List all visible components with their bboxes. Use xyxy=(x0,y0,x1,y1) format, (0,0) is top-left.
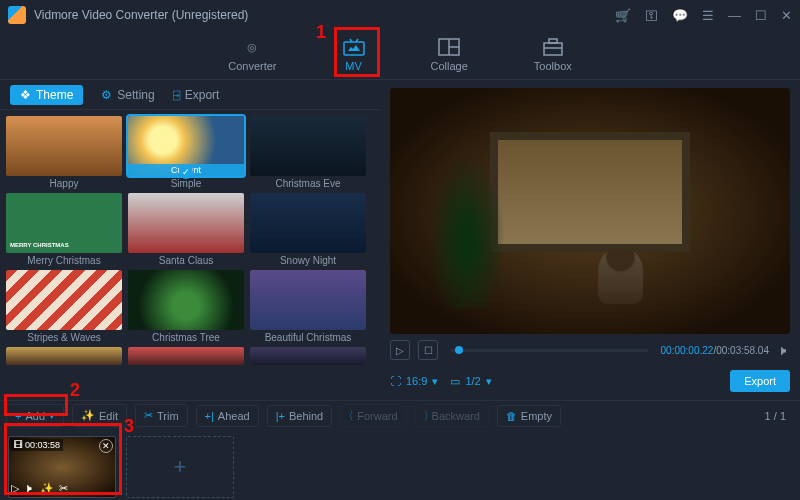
behind-button[interactable]: |+Behind xyxy=(267,405,333,427)
nav-converter-label: Converter xyxy=(228,60,276,72)
theme-icon: ❖ xyxy=(20,88,31,102)
ahead-button[interactable]: +|Ahead xyxy=(196,405,259,427)
backward-button[interactable]: ⟩Backward xyxy=(415,404,489,427)
volume-icon[interactable]: 🕨 xyxy=(777,343,790,358)
clip-page-select[interactable]: ▭1/2▾ xyxy=(450,375,491,388)
add-clip-slot[interactable]: + xyxy=(126,436,234,498)
edit-clip-icon[interactable]: ✨ xyxy=(40,482,54,495)
trim-button[interactable]: ✂Trim xyxy=(135,404,188,427)
clip-duration: 00:03:58 xyxy=(25,440,60,450)
theme-happy[interactable]: Happy xyxy=(6,116,122,189)
nav-collage[interactable]: Collage xyxy=(423,34,476,75)
stop-button[interactable]: ☐ xyxy=(418,340,438,360)
key-icon[interactable]: ⚿ xyxy=(645,8,658,23)
nav-mv[interactable]: MV xyxy=(335,34,373,75)
subtab-export[interactable]: ⍈ Export xyxy=(173,88,220,102)
svg-rect-5 xyxy=(549,39,557,43)
theme-beautiful-christmas[interactable]: Beautiful Christmas xyxy=(250,270,366,343)
plus-icon: + xyxy=(15,410,21,422)
clip-icon: ▭ xyxy=(450,375,460,388)
svg-rect-4 xyxy=(544,43,562,55)
subtab-theme-label: Theme xyxy=(36,88,73,102)
chevron-down-icon: ▾ xyxy=(432,375,438,388)
subtab-theme[interactable]: ❖ Theme xyxy=(10,85,83,105)
check-icon: ✓ xyxy=(179,165,193,179)
app-title: Vidmore Video Converter (Unregistered) xyxy=(34,8,615,22)
mv-icon xyxy=(343,37,365,57)
empty-button[interactable]: 🗑Empty xyxy=(497,405,561,427)
subtab-export-label: Export xyxy=(185,88,220,102)
menu-icon[interactable]: ☰ xyxy=(702,8,714,23)
ahead-plus-icon: +| xyxy=(205,410,214,422)
add-button[interactable]: +Add▾ xyxy=(6,404,64,427)
theme-stripes-waves[interactable]: Stripes & Waves xyxy=(6,270,122,343)
clip-toolbar: +Add▾ ✨Edit ✂Trim +|Ahead |+Behind ⟨Forw… xyxy=(0,400,800,430)
theme-christmas-eve[interactable]: Christmas Eve xyxy=(250,116,366,189)
subtab-setting[interactable]: ⚙ Setting xyxy=(101,88,154,102)
converter-icon: ◎ xyxy=(241,37,263,57)
behind-plus-icon: |+ xyxy=(276,410,285,422)
chevron-down-icon: ▾ xyxy=(49,409,55,422)
play-button[interactable]: ▷ xyxy=(390,340,410,360)
nav-toolbox[interactable]: Toolbox xyxy=(526,34,580,75)
collage-icon xyxy=(438,37,460,57)
forward-icon: ⟨ xyxy=(349,409,353,422)
crop-icon: ⛶ xyxy=(390,375,401,387)
time-total: /00:03:58.04 xyxy=(713,345,769,356)
clip-strip: 🎞00:03:58 ✕ ▷ 🕨 ✨ ✂ + xyxy=(0,430,800,500)
theme-more-3[interactable] xyxy=(250,347,366,365)
theme-grid: Happy Current✓Simple Christmas Eve Merry… xyxy=(0,110,380,400)
edit-button[interactable]: ✨Edit xyxy=(72,404,127,427)
mute-clip-icon[interactable]: 🕨 xyxy=(24,482,35,495)
theme-more-2[interactable] xyxy=(128,347,244,365)
theme-santa-claus[interactable]: Santa Claus xyxy=(128,193,244,266)
maximize-icon[interactable]: ☐ xyxy=(755,8,767,23)
export-button[interactable]: Export xyxy=(730,370,790,392)
nav-collage-label: Collage xyxy=(431,60,468,72)
left-panel: ❖ Theme ⚙ Setting ⍈ Export Happy Current… xyxy=(0,80,380,400)
aspect-ratio-select[interactable]: ⛶16:9▾ xyxy=(390,375,438,388)
top-nav: ◎ Converter MV Collage Toolbox xyxy=(0,30,800,80)
film-icon: 🎞 xyxy=(14,440,23,450)
page-counter: 1 / 1 xyxy=(765,410,794,422)
theme-christmas-tree[interactable]: Christmas Tree xyxy=(128,270,244,343)
theme-more-1[interactable] xyxy=(6,347,122,365)
time-current: 00:00:00.22 xyxy=(661,345,714,356)
clip-1[interactable]: 🎞00:03:58 ✕ ▷ 🕨 ✨ ✂ xyxy=(8,436,116,498)
gear-icon: ⚙ xyxy=(101,88,112,102)
remove-clip-button[interactable]: ✕ xyxy=(99,439,113,453)
scissors-icon: ✂ xyxy=(144,409,153,422)
nav-mv-label: MV xyxy=(345,60,362,72)
wand-icon: ✨ xyxy=(81,409,95,422)
play-clip-icon[interactable]: ▷ xyxy=(11,482,19,495)
backward-icon: ⟩ xyxy=(424,409,428,422)
annotation-num-1: 1 xyxy=(316,22,326,43)
trash-icon: 🗑 xyxy=(506,410,517,422)
app-logo-icon xyxy=(8,6,26,24)
export-icon: ⍈ xyxy=(173,88,180,102)
close-icon[interactable]: ✕ xyxy=(781,8,792,23)
theme-snowy-night[interactable]: Snowy Night xyxy=(250,193,366,266)
annotation-num-2: 2 xyxy=(70,380,80,401)
chevron-down-icon: ▾ xyxy=(486,375,492,388)
video-preview[interactable] xyxy=(390,88,790,334)
theme-merry-christmas[interactable]: Merry Christmas xyxy=(6,193,122,266)
forward-button[interactable]: ⟨Forward xyxy=(340,404,406,427)
subtab-bar: ❖ Theme ⚙ Setting ⍈ Export xyxy=(0,80,380,110)
seek-bar[interactable] xyxy=(451,349,648,352)
subtab-setting-label: Setting xyxy=(117,88,154,102)
nav-toolbox-label: Toolbox xyxy=(534,60,572,72)
titlebar: Vidmore Video Converter (Unregistered) 🛒… xyxy=(0,0,800,30)
cart-icon[interactable]: 🛒 xyxy=(615,8,631,23)
toolbox-icon xyxy=(542,37,564,57)
player-controls: ▷ ☐ 00:00:00.22/00:03:58.04 🕨 xyxy=(390,334,790,366)
feedback-icon[interactable]: 💬 xyxy=(672,8,688,23)
nav-converter[interactable]: ◎ Converter xyxy=(220,34,284,75)
minimize-icon[interactable]: — xyxy=(728,8,741,23)
preview-panel: ▷ ☐ 00:00:00.22/00:03:58.04 🕨 ⛶16:9▾ ▭1/… xyxy=(380,80,800,400)
theme-simple[interactable]: Current✓Simple xyxy=(128,116,244,189)
annotation-num-3: 3 xyxy=(124,416,134,437)
trim-clip-icon[interactable]: ✂ xyxy=(59,482,68,495)
